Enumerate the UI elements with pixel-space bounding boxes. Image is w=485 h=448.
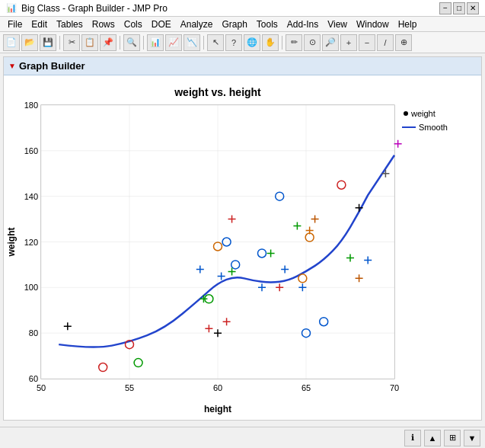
chart-canvas[interactable] [7,78,478,417]
toolbar-sep5 [282,36,282,50]
collapse-triangle[interactable]: ▼ [8,62,16,70]
tool-crosshair[interactable]: ⊕ [395,34,412,51]
menu-button[interactable]: ▼ [464,430,480,446]
grid-button[interactable]: ⊞ [444,430,461,446]
menu-item-tools[interactable]: Tools [252,18,282,31]
menu-item-view[interactable]: View [323,18,352,31]
graph-builder-title: Graph Builder [19,60,85,72]
status-bar: ℹ ▲ ⊞ ▼ [0,427,485,448]
menu-item-graph[interactable]: Graph [217,18,251,31]
tool-data-table[interactable]: 📊 [147,34,164,51]
menu-item-file[interactable]: File [3,18,27,31]
tool-save[interactable]: 💾 [40,34,56,51]
info-button[interactable]: ℹ [404,430,421,446]
app-icon: 📊 [6,3,17,13]
tool-chart[interactable]: 📈 [165,34,182,51]
graph-builder-panel: ▼ Graph Builder [3,56,482,421]
menu-item-help[interactable]: Help [394,18,422,31]
tool-help[interactable]: ? [225,34,242,51]
maximize-button[interactable]: □ [453,2,465,14]
close-button[interactable]: ✕ [467,2,479,14]
menu-item-tables[interactable]: Tables [52,18,88,31]
tool-cut[interactable]: ✂ [63,34,80,51]
up-button[interactable]: ▲ [424,430,441,446]
tool-copy[interactable]: 📋 [81,34,98,51]
toolbar-sep1 [59,36,60,50]
minimize-button[interactable]: − [439,2,451,14]
tool-pencil[interactable]: ✏ [286,34,302,51]
tool-globe[interactable]: 🌐 [244,34,260,51]
tool-select[interactable]: ↖ [207,34,224,51]
window-title: Big Class - Graph Builder - JMP Pro [21,3,439,14]
menu-item-analyze[interactable]: Analyze [176,18,218,31]
tool-zoom[interactable]: 🔍 [123,34,140,51]
graph-area [4,75,481,420]
tool-minus[interactable]: − [359,34,375,51]
tool-hand[interactable]: ✋ [262,34,279,51]
menu-item-rows[interactable]: Rows [88,18,120,31]
tool-line[interactable]: / [377,34,394,51]
toolbar-sep4 [203,36,204,50]
tool-lasso[interactable]: ⊙ [304,34,321,51]
menu-item-doe[interactable]: DOE [147,18,176,31]
toolbar-sep3 [143,36,144,50]
window-controls: − □ ✕ [439,2,479,14]
tool-stats[interactable]: 📉 [183,34,200,51]
menu-item-cols[interactable]: Cols [120,18,147,31]
tool-paste[interactable]: 📌 [100,34,116,51]
menu-item-add-ins[interactable]: Add-Ins [282,18,323,31]
menu-item-window[interactable]: Window [352,18,394,31]
title-bar: 📊 Big Class - Graph Builder - JMP Pro − … [0,0,485,17]
menu-item-edit[interactable]: Edit [27,18,52,31]
toolbar: 📄 📂 💾 ✂ 📋 📌 🔍 📊 📈 📉 ↖ ? 🌐 ✋ ✏ ⊙ 🔎 + − / … [0,32,485,53]
menu-bar: FileEditTablesRowsColsDOEAnalyzeGraphToo… [0,17,485,32]
tool-new[interactable]: 📄 [3,34,20,51]
graph-builder-header: ▼ Graph Builder [4,57,481,75]
tool-plus[interactable]: + [340,34,357,51]
toolbar-sep2 [120,36,120,50]
tool-zoom2[interactable]: 🔎 [322,34,339,51]
tool-open[interactable]: 📂 [21,34,38,51]
